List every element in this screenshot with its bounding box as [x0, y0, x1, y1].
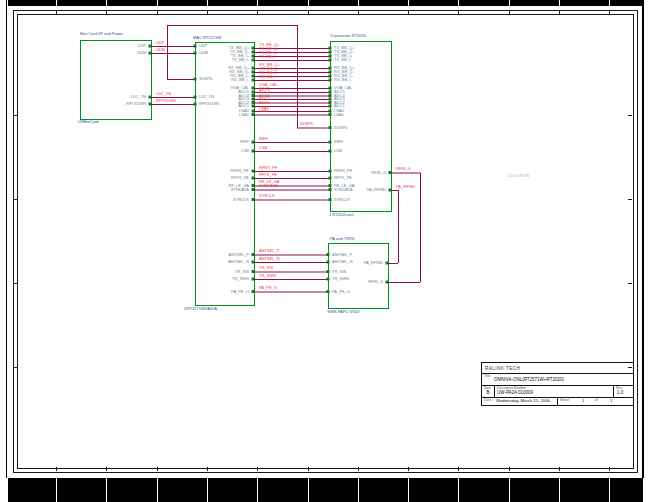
zone-tick-top [56, 10, 57, 14]
zone-tick-bottombar [106, 478, 107, 502]
zone-tick-bottom [207, 467, 208, 471]
pin-name: SYNCLK [334, 198, 350, 202]
pin-name: SYNCLK [233, 198, 249, 202]
net-label: ANTSEL_P [259, 249, 279, 253]
size-value: B [487, 390, 490, 395]
pin-name: UDP [138, 44, 146, 48]
net-label: PA_PE_G [259, 286, 277, 290]
zone-tick-topbar [509, 0, 510, 6]
zone-tick-topbar [358, 0, 359, 6]
zone-tick-bottombar [408, 478, 409, 502]
zone-tick-bottom [157, 467, 158, 471]
pin-name: PA_PE_G [332, 290, 350, 294]
box-title-transceiver: Transceiver RT2020 [330, 33, 366, 38]
wire [387, 282, 420, 283]
zone-tick-bottombar [358, 478, 359, 502]
wire [150, 53, 195, 54]
pin-name: LNA1 [239, 113, 249, 117]
pin-name: PA_RFIND [367, 188, 386, 192]
title-block-divider [482, 373, 633, 374]
net-label: LNA1 [259, 109, 269, 113]
net-label: CSB [259, 146, 267, 150]
net-label: SYNCLK [259, 194, 275, 198]
pin-name: UDP [199, 44, 207, 48]
title-label: Title [484, 374, 490, 378]
zone-tick-left [13, 367, 17, 368]
pin-name: TR_SWN [232, 277, 249, 281]
date-value: Wednesday, March 15, 2006 [496, 398, 550, 403]
pin-name: TR_SW [235, 270, 249, 274]
wire [253, 262, 328, 263]
pin-name: SUSPD [199, 77, 213, 81]
net-label: RFTXDISN [156, 99, 176, 103]
wire [297, 25, 298, 128]
pin-name: TX_BB_I- [334, 58, 351, 62]
pin-name: ADC1 [334, 104, 345, 108]
pin-name: PA_RFIND [364, 261, 383, 265]
zone-tick-top [458, 10, 459, 14]
zone-tick-top [308, 10, 309, 14]
right-edge-line [642, 0, 644, 478]
wire [253, 80, 330, 81]
pin-name: RFIN_G [371, 171, 386, 175]
zone-tick-bottom [106, 467, 107, 471]
pin-name: RFTX_PE [334, 176, 352, 180]
document-number: UW-PA2A 010009 [497, 390, 533, 395]
wire [390, 190, 398, 191]
net-label: TR_SWN [259, 274, 276, 278]
net-label: ANTSEL_N [259, 257, 280, 261]
zone-tick-top [106, 10, 107, 14]
zone-tick-top [559, 10, 560, 14]
zone-tick-bottom [509, 467, 510, 471]
title-block-divider [494, 385, 495, 397]
wire [150, 104, 195, 105]
title-block: RALINK TECH Title OMNIVA-ONL(RT2571W+RT2… [481, 362, 634, 406]
pin-name: RFTX_PE [231, 176, 249, 180]
wire [253, 142, 330, 143]
pin-name: RFRX_PE [231, 169, 249, 173]
zone-tick-topbar [458, 0, 459, 6]
zone-tick-bottombar [308, 478, 309, 502]
pin-name: RFTXDISN [126, 102, 146, 106]
zone-tick-top [207, 10, 208, 14]
net-label: UDP [156, 41, 164, 45]
wire [297, 128, 330, 129]
pin-name: ANTSEL_P [229, 253, 249, 257]
zone-tick-bottom [56, 467, 57, 471]
zone-tick-right [628, 199, 632, 200]
pin-name: TX_BB_I- [232, 58, 249, 62]
box-footer-transceiver: 1 RT2020.wst [329, 212, 354, 217]
zone-tick-bottombar [56, 478, 57, 502]
pin-name: RX_BB_I- [334, 78, 352, 82]
zone-tick-top [408, 10, 409, 14]
rev-label: Rev [616, 386, 622, 390]
box-title-mac: MAC RT2571W [193, 36, 221, 41]
wire [253, 151, 330, 152]
pin-name: RFRX_PE [334, 169, 352, 173]
schematic-world: #213-D3RTN RALINK TECH Title OMNIVA-ONL(… [0, 0, 649, 502]
left-edge-line [6, 0, 7, 478]
document-number-label: Document Number [497, 386, 526, 390]
schematic-page: #213-D3RTN RALINK TECH Title OMNIVA-ONL(… [0, 0, 649, 502]
pin-name: ADC1 [238, 104, 249, 108]
wire [398, 190, 399, 263]
net-label: PA_RFIND [396, 185, 415, 189]
zone-tick-topbar [559, 0, 560, 6]
net-label: RFRX_PE [259, 166, 277, 170]
zone-tick-topbar [609, 0, 610, 6]
zone-tick-bottombar [207, 478, 208, 502]
net-label: ADC1 [259, 101, 270, 105]
zone-tick-left [13, 115, 17, 116]
wire [420, 173, 421, 283]
rev-value: 1.0 [617, 390, 623, 395]
top-bar [8, 0, 643, 6]
zone-tick-left [13, 283, 17, 284]
pin-name: ANTSEL_N [332, 260, 353, 264]
zone-tick-topbar [207, 0, 208, 6]
zone-tick-bottombar [458, 478, 459, 502]
pin-name: RFIN_G [368, 280, 383, 284]
zone-tick-bottombar [609, 478, 610, 502]
wire [167, 79, 195, 80]
net-label: LD2_YN [156, 92, 171, 96]
zone-tick-topbar [308, 0, 309, 6]
